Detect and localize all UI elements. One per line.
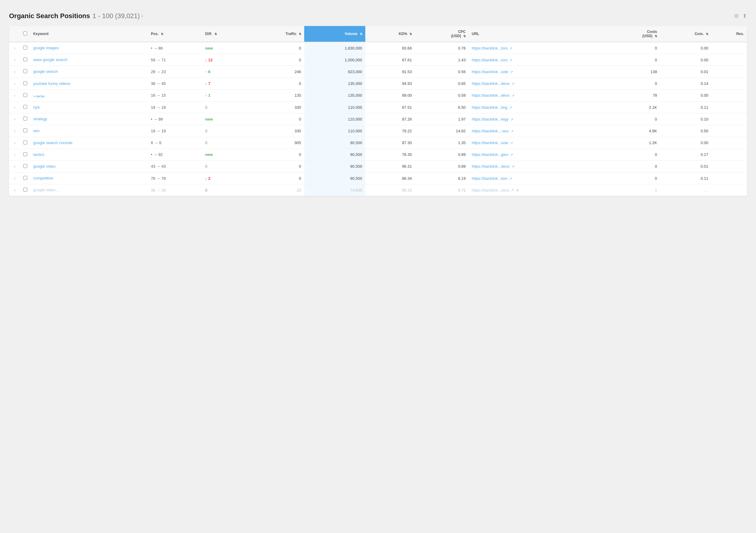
res-header: Res. <box>711 26 747 42</box>
url-link[interactable]: https://backlink...tion <box>472 176 507 181</box>
checkbox-cell[interactable] <box>20 125 30 137</box>
checkbox-cell[interactable] <box>20 101 30 113</box>
expand-button[interactable]: › <box>12 92 17 98</box>
export-icon[interactable]: ⬆ <box>742 13 747 19</box>
com-header[interactable]: Com. ⇅ <box>660 26 712 42</box>
keyword-link[interactable]: cpa <box>33 105 40 109</box>
diff-header[interactable]: Diff. ⇅ <box>202 26 248 42</box>
volume-cell: 135,000 <box>304 78 365 89</box>
url-link[interactable]: https://backlink...-seo <box>472 129 509 133</box>
row-checkbox[interactable] <box>23 164 27 168</box>
cpc-header[interactable]: CPC(USD) ⇅ <box>415 26 469 42</box>
url-link[interactable]: https://backlink...deos <box>472 81 510 86</box>
diff-sort-icon: ⇅ <box>214 32 217 36</box>
keyword-link[interactable]: tactics <box>33 152 44 157</box>
url-link[interactable]: https://backlink...tegy <box>472 117 508 121</box>
checkbox-cell[interactable] <box>20 149 30 161</box>
url-link[interactable]: https://backlink...ting <box>472 105 507 110</box>
row-checkbox[interactable] <box>23 128 27 132</box>
checkbox-cell[interactable] <box>20 137 30 149</box>
expand-button[interactable]: › <box>12 45 17 51</box>
expand-button[interactable]: › <box>12 128 17 134</box>
expand-cell[interactable]: › <box>9 172 20 184</box>
checkbox-cell[interactable] <box>20 89 30 101</box>
expand-cell[interactable]: › <box>9 137 20 149</box>
row-checkbox[interactable] <box>23 105 27 109</box>
keyword-link[interactable]: يوتيوب <box>33 93 45 98</box>
pos-cell: • → 86 <box>148 42 202 54</box>
expand-cell[interactable]: › <box>9 42 20 54</box>
url-link[interactable]: https://backlink...deos <box>472 93 510 98</box>
expand-button[interactable]: › <box>12 57 17 63</box>
expand-cell[interactable]: › <box>9 125 20 137</box>
url-link[interactable]: https://backlink...gies <box>472 152 508 157</box>
expand-cell[interactable]: › <box>9 78 20 89</box>
kd-header[interactable]: KD% ⇅ <box>365 26 415 42</box>
expand-cell[interactable]: › <box>9 66 20 78</box>
kd-cell: 86.34 <box>365 172 415 184</box>
keyword-link[interactable]: youtube funny videos <box>33 81 70 86</box>
info-icon[interactable]: i <box>142 13 143 18</box>
volume-header[interactable]: Volume ⇅ <box>304 26 365 42</box>
expand-cell[interactable]: › <box>9 113 20 125</box>
expand-cell[interactable]: › <box>9 184 20 196</box>
expand-cell[interactable]: › <box>9 54 20 66</box>
diff-value: 0 <box>205 164 207 168</box>
url-link[interactable]: https://backlink...deos ↗ <box>472 188 514 192</box>
url-link[interactable]: https://backlink...tors <box>472 46 508 50</box>
checkbox-cell[interactable] <box>20 161 30 172</box>
traffic-header[interactable]: Traffic ⇅ <box>248 26 304 42</box>
checkbox-cell[interactable] <box>20 66 30 78</box>
checkbox-cell[interactable] <box>20 54 30 66</box>
expand-cell[interactable]: › <box>9 89 20 101</box>
expand-button[interactable]: › <box>12 81 17 87</box>
row-checkbox[interactable] <box>23 93 27 97</box>
row-checkbox[interactable] <box>23 188 27 191</box>
expand-cell[interactable]: › <box>9 161 20 172</box>
select-all-checkbox[interactable] <box>23 32 27 35</box>
keyword-header[interactable]: Keyword <box>30 26 148 42</box>
keyword-link[interactable]: competitive <box>33 176 53 180</box>
row-checkbox[interactable] <box>23 81 27 85</box>
expand-button[interactable]: › <box>12 175 17 181</box>
page-container: Organic Search Positions 1 - 100 (39,021… <box>0 0 756 533</box>
expand-cell[interactable]: › <box>9 149 20 161</box>
keyword-link[interactable]: google search <box>33 69 58 74</box>
expand-button[interactable]: › <box>12 164 17 169</box>
pos-header[interactable]: Pos. ⇅ <box>148 26 202 42</box>
expand-button[interactable]: › <box>12 152 17 158</box>
checkbox-cell[interactable] <box>20 172 30 184</box>
checkbox-cell[interactable] <box>20 184 30 196</box>
checkbox-cell[interactable] <box>20 42 30 54</box>
diff-value: ↑ 6 <box>205 69 210 74</box>
checkbox-cell[interactable] <box>20 78 30 89</box>
costs-header[interactable]: Costs(USD) ⇅ <box>606 26 660 42</box>
url-link[interactable]: https://backlink...sole <box>472 69 508 74</box>
keyword-link[interactable]: google video... <box>33 188 59 192</box>
row-checkbox[interactable] <box>23 57 27 61</box>
row-checkbox[interactable] <box>23 152 27 156</box>
row-checkbox[interactable] <box>23 69 27 73</box>
keyword-link[interactable]: seo <box>33 128 40 133</box>
checkbox-cell[interactable] <box>20 113 30 125</box>
expand-button[interactable]: › <box>12 68 17 75</box>
expand-button[interactable]: › <box>12 116 17 122</box>
url-link[interactable]: https://backlink...deos <box>472 164 510 168</box>
expand-cell[interactable]: › <box>9 101 20 113</box>
gear-icon[interactable]: ⚙ <box>734 13 739 19</box>
com-cell: 0.14 <box>660 78 712 89</box>
row-checkbox[interactable] <box>23 46 27 50</box>
url-link[interactable]: https://backlink...tors <box>472 58 508 62</box>
row-checkbox[interactable] <box>23 176 27 180</box>
keyword-link[interactable]: google images <box>33 46 59 50</box>
keyword-link[interactable]: strategy <box>33 116 47 121</box>
keyword-link[interactable]: www google search <box>33 57 68 62</box>
keyword-link[interactable]: google search console <box>33 140 72 145</box>
expand-button[interactable]: › <box>12 140 17 146</box>
expand-button[interactable]: › <box>12 104 17 110</box>
expand-button[interactable]: › <box>12 187 17 193</box>
keyword-link[interactable]: google video <box>33 164 56 168</box>
url-link[interactable]: https://backlink...sole <box>472 140 508 145</box>
row-checkbox[interactable] <box>23 140 27 144</box>
row-checkbox[interactable] <box>23 116 27 120</box>
